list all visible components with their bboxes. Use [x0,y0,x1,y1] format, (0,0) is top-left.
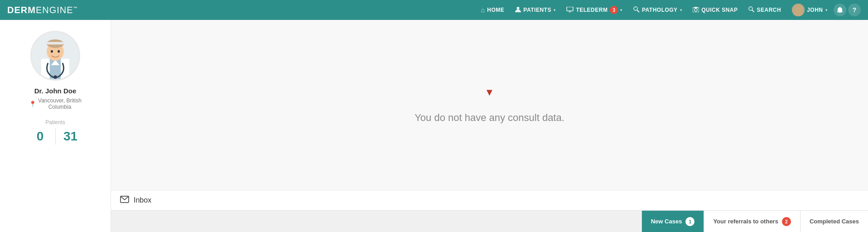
tab-new-cases[interactable]: New Cases 1 [641,211,704,232]
nav-item-telederm[interactable]: TELEDERM 3 ▾ [562,0,627,20]
svg-rect-19 [47,42,64,45]
content-area: ▼ You do not have any consult data. Inbo… [111,20,868,232]
tab-new-cases-badge: 1 [685,217,694,226]
patients-counts: 0 31 [29,128,82,145]
tab-new-cases-label: New Cases [651,218,682,225]
svg-point-11 [793,11,804,16]
doctor-name: Dr. John Doe [34,87,77,95]
tab-completed-label: Completed Cases [810,218,859,225]
user-avatar [792,4,805,16]
pathology-caret-icon: ▾ [680,8,682,12]
location-pin-icon: 📍 [29,101,36,107]
nav-label-telederm: TELEDERM [576,7,608,13]
nav-item-user[interactable]: John ▾ [787,0,832,20]
inbox-bar: Inbox [111,190,868,210]
tab-completed[interactable]: Completed Cases [800,211,868,232]
svg-line-5 [637,10,639,12]
pathology-icon [633,6,640,14]
main-layout: Dr. John Doe 📍 Vancouver, British Columb… [0,20,868,232]
nav-item-home[interactable]: ⌂ HOME [476,0,509,20]
patients-caret-icon: ▾ [554,8,556,12]
search-icon [748,6,754,14]
brand-engine: ENGINE [36,5,73,15]
nav-label-patients: PATIENTS [523,7,551,13]
svg-point-20 [51,50,53,53]
brand-derm: DERM [7,5,36,15]
counts-divider [55,128,56,145]
nav-items: ⌂ HOME PATIENTS ▾ TELEDERM 3 ▾ PATHOLOGY [96,0,861,20]
no-data-message: You do not have any consult data. [415,112,564,124]
inbox-label: Inbox [134,196,151,204]
inbox-envelope-icon [120,196,129,205]
consult-area: ▼ You do not have any consult data. [111,20,868,190]
telederm-icon [566,6,574,14]
svg-line-10 [752,10,754,12]
nav-item-quicksnap[interactable]: QUICK SNAP [688,0,742,20]
patients-icon [515,6,521,14]
svg-point-9 [749,7,752,10]
telederm-badge: 3 [610,6,618,14]
doctor-location: 📍 Vancouver, British Columbia [29,97,82,110]
doctor-location-text: Vancouver, British Columbia [38,97,82,110]
patients-count-left: 0 [29,129,52,144]
nav-label-pathology: PATHOLOGY [642,7,678,13]
tab-referrals[interactable]: Your referrals to others 2 [704,211,800,232]
svg-point-0 [517,7,520,10]
brand-logo[interactable]: DERMENGINE™ [7,5,78,15]
home-icon: ⌂ [481,6,485,14]
navbar: DERMENGINE™ ⌂ HOME PATIENTS ▾ TELEDERM 3… [0,0,868,20]
nav-item-search[interactable]: SEARCH [744,0,786,20]
nav-label-user: John [807,7,823,13]
nav-label-search: SEARCH [757,7,781,13]
svg-point-21 [58,50,60,53]
question-icon: ? [853,6,857,14]
notifications-bell[interactable] [834,4,846,16]
svg-point-12 [796,6,801,11]
nav-item-pathology[interactable]: PATHOLOGY ▾ [629,0,686,20]
telederm-caret-icon: ▾ [620,8,622,12]
doctor-avatar [30,31,80,81]
tab-referrals-label: Your referrals to others [713,218,778,225]
nav-label-home: HOME [487,7,504,13]
svg-point-4 [634,7,637,10]
help-button[interactable]: ? [848,4,861,16]
svg-rect-1 [567,7,573,11]
sidebar: Dr. John Doe 📍 Vancouver, British Columb… [0,20,111,232]
bottom-tabs: New Cases 1 Your referrals to others 2 C… [111,210,868,232]
nav-label-quicksnap: QUICK SNAP [701,7,738,13]
svg-point-7 [694,9,697,11]
filter-icon: ▼ [485,87,495,98]
quicksnap-icon [693,6,699,14]
svg-rect-8 [694,7,697,8]
tab-referrals-badge: 2 [782,217,791,226]
patients-count-right: 31 [59,129,82,144]
patients-label: Patients [45,119,65,126]
user-caret-icon: ▾ [825,8,828,12]
brand-tm: ™ [73,6,78,10]
nav-item-patients[interactable]: PATIENTS ▾ [511,0,560,20]
